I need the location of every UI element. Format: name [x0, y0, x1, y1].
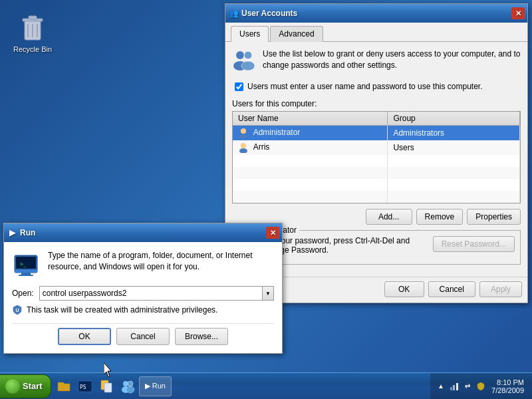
tray-expand-icon[interactable]: ▲ — [436, 381, 446, 392]
users-must-login-checkbox[interactable] — [235, 82, 243, 91]
run-footer: OK Cancel Browse... — [12, 323, 274, 345]
svg-text:U: U — [16, 308, 19, 313]
taskbar-active-run[interactable]: ▶ Run — [139, 376, 172, 396]
run-open-label: Open: — [12, 289, 34, 298]
run-header: >_ Type the name of a program, folder, d… — [12, 250, 274, 278]
close-button[interactable]: ✕ — [511, 7, 525, 19]
run-browse-button[interactable]: Browse... — [175, 328, 228, 345]
run-input-row: Open: ▼ — [12, 286, 274, 301]
run-window-controls: ✕ — [266, 227, 279, 239]
svg-rect-30 — [453, 385, 455, 390]
recycle-bin-label: Recycle Bin — [13, 45, 52, 53]
user-name-cell: Arris — [233, 140, 388, 155]
taskbar: Start PS — [0, 372, 532, 399]
user-group-cell: Administrators — [388, 126, 520, 141]
ok-button[interactable]: OK — [384, 281, 424, 297]
user-table-container: User Name Group — [232, 111, 521, 203]
shield-icon: U — [12, 305, 23, 315]
taskbar-icon-files[interactable] — [96, 376, 116, 396]
reset-password-button[interactable]: Reset Password... — [433, 236, 515, 252]
svg-point-6 — [236, 51, 244, 59]
svg-text:>_: >_ — [20, 261, 27, 267]
table-row-empty — [233, 191, 520, 203]
run-body: >_ Type the name of a program, folder, d… — [4, 242, 282, 353]
run-cancel-button[interactable]: Cancel — [116, 328, 170, 345]
run-ok-button[interactable]: OK — [58, 328, 111, 345]
user-table: User Name Group — [233, 112, 520, 203]
run-title: Run — [20, 228, 263, 237]
run-icon: >_ — [12, 250, 40, 278]
ua-header-text: Use the list below to grant or deny user… — [263, 49, 521, 71]
svg-rect-17 — [21, 273, 31, 275]
table-row[interactable]: Administrator Administrators — [233, 126, 520, 141]
svg-point-12 — [241, 143, 246, 148]
svg-rect-29 — [450, 387, 452, 390]
cancel-button[interactable]: Cancel — [428, 281, 475, 297]
table-row-empty — [233, 167, 520, 179]
clock-date: 7/28/2009 — [491, 386, 524, 394]
system-tray: ▲ ⇄ 8:10 PM 7/28/2009 — [430, 373, 532, 399]
start-label: Start — [23, 381, 43, 391]
start-orb-icon — [5, 379, 20, 394]
tray-security-icon[interactable] — [475, 381, 486, 392]
run-title-icon: ▶ — [7, 227, 17, 238]
window-controls: ✕ — [511, 7, 525, 19]
svg-point-10 — [241, 128, 246, 134]
user-icon — [238, 128, 253, 137]
table-row[interactable]: Arris Users — [233, 140, 520, 155]
taskbar-icon-folder[interactable] — [54, 376, 74, 396]
tray-sync-icon[interactable]: ⇄ — [462, 381, 473, 392]
run-admin-row: U This task will be created with adminis… — [12, 305, 274, 315]
user-group-cell: Users — [388, 140, 520, 155]
clock[interactable]: 8:10 PM 7/28/2009 — [489, 378, 527, 394]
svg-rect-24 — [104, 383, 112, 392]
run-titlebar[interactable]: ▶ Run ✕ — [4, 223, 282, 242]
ua-checkbox-label: Users must enter a user name and passwor… — [247, 82, 483, 91]
run-close-button[interactable]: ✕ — [266, 227, 279, 239]
svg-point-9 — [241, 61, 255, 70]
taskbar-icon-users[interactable] — [118, 376, 138, 396]
user-accounts-title-icon: 👥 — [228, 8, 239, 19]
table-row-empty — [233, 155, 520, 167]
user-accounts-title: User Accounts — [241, 9, 509, 18]
svg-rect-16 — [15, 270, 37, 273]
user-icon — [238, 142, 253, 152]
taskbar-items: PS ▶ Run — [51, 376, 430, 396]
run-input[interactable] — [39, 286, 262, 301]
run-text: Type the name of a program, folder, docu… — [48, 250, 274, 273]
svg-point-8 — [244, 51, 252, 59]
run-dialog: ▶ Run ✕ >_ Type the name of a — [3, 223, 283, 354]
tab-bar: Users Advanced — [225, 23, 527, 42]
users-icon — [232, 49, 256, 72]
user-accounts-titlebar[interactable]: 👥 User Accounts ✕ — [225, 4, 527, 23]
svg-point-28 — [126, 386, 134, 393]
svg-point-13 — [239, 148, 247, 153]
col-group: Group — [388, 112, 520, 126]
run-dropdown-button[interactable]: ▼ — [262, 286, 274, 301]
start-button[interactable]: Start — [0, 374, 51, 398]
run-input-wrapper: ▼ — [39, 286, 274, 301]
recycle-bin-icon[interactable]: Recycle Bin — [13, 13, 52, 53]
svg-point-11 — [239, 134, 247, 138]
table-header-row: User Name Group — [233, 112, 520, 126]
ua-checkbox-row[interactable]: Users must enter a user name and passwor… — [232, 79, 521, 94]
tray-network-icon[interactable] — [449, 381, 460, 392]
ua-section-label: Users for this computer: — [232, 99, 521, 108]
svg-rect-2 — [29, 16, 37, 19]
remove-button[interactable]: Remove — [416, 209, 464, 225]
add-button[interactable]: Add... — [366, 209, 412, 225]
svg-text:PS: PS — [80, 384, 86, 390]
apply-button[interactable]: Apply — [479, 281, 522, 297]
ua-header: Use the list below to grant or deny user… — [232, 49, 521, 72]
clock-time: 8:10 PM — [491, 378, 524, 386]
tab-advanced[interactable]: Advanced — [270, 26, 323, 42]
properties-button[interactable]: Properties — [467, 209, 521, 225]
tab-users[interactable]: Users — [231, 26, 269, 42]
svg-rect-18 — [19, 275, 33, 276]
svg-rect-31 — [456, 383, 458, 390]
col-username: User Name — [233, 112, 388, 126]
taskbar-icon-powershell[interactable]: PS — [75, 376, 95, 396]
table-row-empty — [233, 179, 520, 191]
run-admin-text: This task will be created with administr… — [27, 305, 217, 315]
desktop: Recycle Bin 👥 User Accounts ✕ Users Adva… — [0, 0, 532, 399]
